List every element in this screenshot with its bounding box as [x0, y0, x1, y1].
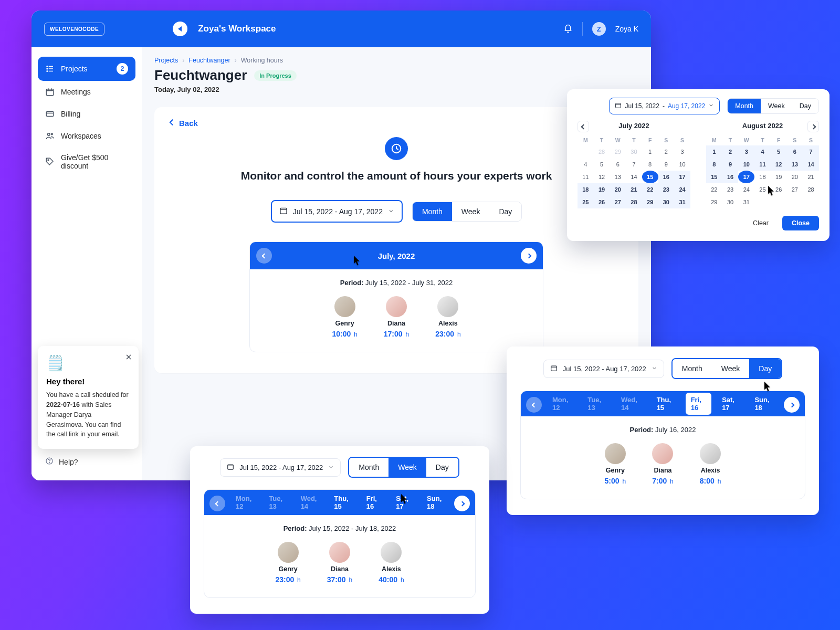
calendar-day[interactable]: 12 [771, 158, 787, 171]
cal-next-button[interactable] [807, 121, 819, 132]
seg-month[interactable]: Month [673, 359, 712, 378]
calendar-grid[interactable]: MTWTFSS282930123456789101112131415161718… [578, 135, 690, 208]
day-chip[interactable]: Sat, 17 [391, 491, 416, 513]
calendar-day[interactable]: 31 [674, 196, 690, 208]
calendar-day[interactable]: 20 [610, 183, 626, 196]
calendar-day[interactable]: 2 [722, 145, 739, 158]
calendar-day[interactable]: 22 [706, 183, 722, 196]
day-chip[interactable]: Tue, 13 [264, 491, 290, 513]
day-chip[interactable]: Thu, 15 [329, 491, 355, 513]
seg-week[interactable]: Week [761, 99, 792, 113]
calendar-day[interactable]: 16 [658, 171, 675, 183]
calendar-day[interactable]: 29 [706, 196, 722, 208]
calendar-day[interactable]: 28 [626, 196, 642, 208]
calendar-day[interactable]: 6 [610, 158, 626, 171]
calendar-day[interactable]: 19 [594, 183, 610, 196]
calendar-day[interactable] [754, 196, 771, 208]
crumb-projects[interactable]: Projects [154, 57, 178, 64]
brand-logo[interactable]: WELOVENOCODE [44, 23, 104, 36]
calendar-day[interactable]: 23 [658, 183, 675, 196]
calendar-day[interactable]: 25 [578, 196, 594, 208]
next-week-button[interactable] [454, 496, 470, 511]
seg-day[interactable]: Day [489, 202, 521, 221]
day-chip[interactable]: Fri, 16 [686, 393, 711, 415]
calendar-day[interactable]: 18 [578, 183, 594, 196]
calendar-day[interactable]: 29 [642, 196, 658, 208]
sidebar-item-workspaces[interactable]: Workspaces [38, 125, 135, 147]
seg-week[interactable]: Week [388, 458, 426, 477]
calendar-day[interactable]: 16 [722, 171, 739, 183]
calendar-day[interactable] [787, 196, 803, 208]
calendar-day[interactable]: 9 [722, 158, 739, 171]
calendar-day[interactable]: 3 [674, 145, 690, 158]
cal-prev-button[interactable] [578, 121, 589, 132]
seg-month[interactable]: Month [728, 99, 761, 113]
sidebar-item-projects[interactable]: Projects 2 [38, 57, 135, 81]
seg-day[interactable]: Day [792, 99, 818, 113]
crumb-project-name[interactable]: Feuchtwanger [188, 57, 230, 64]
day-chip[interactable]: Sat, 17 [717, 393, 744, 415]
next-day-button[interactable] [784, 397, 800, 413]
calendar-day[interactable]: 3 [738, 145, 754, 158]
day-chip[interactable]: Sun, 18 [422, 491, 449, 513]
calendar-day[interactable]: 28 [803, 183, 819, 196]
avatar[interactable]: Z [592, 22, 606, 36]
calendar-day[interactable]: 28 [594, 145, 610, 158]
calendar-day[interactable]: 29 [610, 145, 626, 158]
calendar-day[interactable]: 31 [738, 196, 754, 208]
calendar-day[interactable]: 21 [803, 171, 819, 183]
date-range-button[interactable]: Jul 15, 2022 - Aug 17, 2022 [220, 458, 341, 477]
bell-icon[interactable] [563, 24, 573, 34]
day-chip[interactable]: Mon, 12 [230, 491, 258, 513]
calendar-day[interactable] [803, 196, 819, 208]
calendar-day[interactable]: 6 [787, 145, 803, 158]
seg-week[interactable]: Week [452, 202, 490, 221]
day-chip[interactable]: Tue, 13 [582, 393, 611, 415]
calendar-day[interactable]: 15 [706, 171, 722, 183]
calendar-day[interactable]: 30 [722, 196, 739, 208]
calendar-day[interactable]: 25 [754, 183, 771, 196]
calendar-day[interactable]: 30 [658, 196, 675, 208]
help-link[interactable]: Help? [38, 453, 135, 471]
calendar-day[interactable]: 5 [771, 145, 787, 158]
day-chip[interactable]: Sun, 18 [749, 393, 779, 415]
calendar-day[interactable]: 8 [706, 158, 722, 171]
calendar-day[interactable]: 1 [642, 145, 658, 158]
calendar-day[interactable]: 17 [674, 171, 690, 183]
calendar-day[interactable]: 7 [803, 145, 819, 158]
calendar-grid[interactable]: MTWTFSS123456789101112131415161718192021… [706, 135, 819, 208]
calendar-day[interactable]: 21 [626, 183, 642, 196]
close-button[interactable]: Close [782, 216, 819, 230]
back-arrow-button[interactable] [173, 22, 187, 36]
calendar-day[interactable]: 26 [594, 196, 610, 208]
calendar-day[interactable]: 17 [738, 171, 754, 183]
calendar-day[interactable]: 4 [754, 145, 771, 158]
day-chip[interactable]: Fri, 16 [361, 491, 385, 513]
calendar-day[interactable]: 7 [626, 158, 642, 171]
seg-month[interactable]: Month [413, 202, 452, 221]
calendar-day[interactable]: 10 [674, 158, 690, 171]
calendar-day[interactable]: 5 [594, 158, 610, 171]
date-range-button[interactable]: Jul 15, 2022 - Aug 17, 2022 [609, 98, 720, 114]
calendar-day[interactable]: 1 [706, 145, 722, 158]
day-chip[interactable]: Wed, 14 [296, 491, 324, 513]
back-link[interactable]: Back [169, 119, 624, 128]
date-range-button[interactable]: Jul 15, 2022 - Aug 17, 2022 [271, 200, 403, 223]
calendar-day[interactable] [771, 196, 787, 208]
calendar-day[interactable]: 10 [738, 158, 754, 171]
sidebar-item-meetings[interactable]: Meetings [38, 81, 135, 103]
day-chip[interactable]: Thu, 15 [652, 393, 680, 415]
calendar-day[interactable]: 19 [771, 171, 787, 183]
calendar-day[interactable]: 26 [771, 183, 787, 196]
calendar-day[interactable]: 13 [787, 158, 803, 171]
seg-day[interactable]: Day [749, 359, 781, 378]
date-range-button[interactable]: Jul 15, 2022 - Aug 17, 2022 [543, 360, 664, 378]
calendar-day[interactable]: 11 [754, 158, 771, 171]
calendar-day[interactable]: 20 [787, 171, 803, 183]
clear-button[interactable]: Clear [744, 216, 777, 230]
seg-week[interactable]: Week [712, 359, 750, 378]
calendar-day[interactable]: 11 [578, 171, 594, 183]
calendar-day[interactable]: 2 [658, 145, 675, 158]
calendar-day[interactable]: 15 [642, 171, 658, 183]
calendar-day[interactable]: 18 [754, 171, 771, 183]
